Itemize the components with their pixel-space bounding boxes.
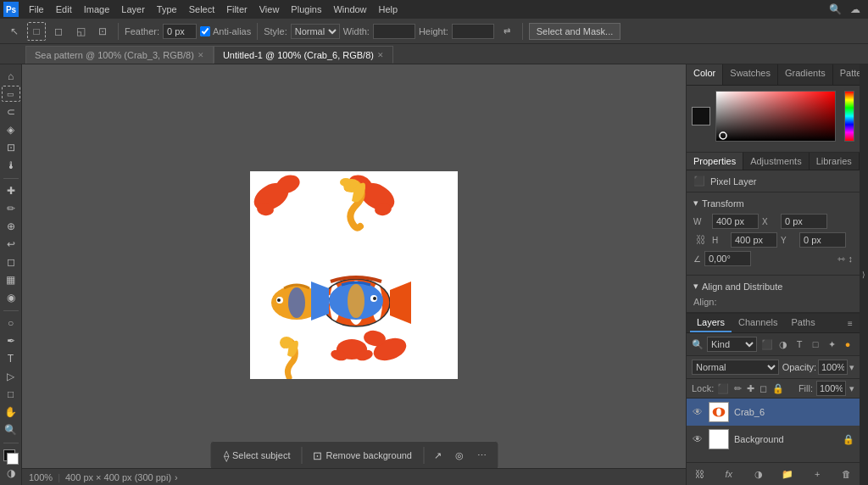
flip-h-icon[interactable]: ⇿	[837, 254, 845, 265]
canvas-area[interactable]: ⟠ Select subject ⊡ Remove background ↗ ◎…	[22, 64, 686, 485]
feather-input[interactable]	[163, 24, 197, 39]
hue-bar[interactable]	[844, 91, 854, 142]
tab-gradients[interactable]: Gradients	[778, 64, 833, 85]
tab-swatches[interactable]: Swatches	[723, 64, 778, 85]
crop-tool[interactable]: ⊡	[2, 139, 20, 155]
layer-bg-vis[interactable]: 👁	[692, 433, 704, 445]
tab-untitled[interactable]: Untitled-1 @ 100% (Crab_6, RGB/8) ✕	[214, 46, 393, 64]
link-constrain-icon[interactable]: ⛓	[696, 234, 706, 246]
layer-group-icon[interactable]: 📁	[780, 466, 795, 482]
swap-icon[interactable]: ⇄	[498, 22, 516, 41]
layer-crab6-vis[interactable]: 👁	[692, 406, 704, 418]
clone-tool[interactable]: ⊕	[2, 219, 20, 235]
layer-fx-icon[interactable]: fx	[721, 466, 737, 482]
filter-shape-icon[interactable]: □	[809, 337, 822, 351]
flip-v-icon[interactable]: ↕	[849, 254, 854, 265]
w-input[interactable]	[712, 214, 759, 229]
y-input[interactable]	[799, 232, 846, 248]
fill-arrow[interactable]: ▾	[849, 383, 854, 394]
filter-smart-icon[interactable]: ✦	[825, 337, 838, 351]
pen-tool[interactable]: ✒	[2, 333, 20, 349]
ltab-layers[interactable]: Layers	[690, 314, 732, 332]
menu-select[interactable]: Select	[184, 3, 220, 16]
angle-input[interactable]	[704, 251, 751, 266]
menu-edit[interactable]: Edit	[51, 3, 77, 16]
layer-add-icon[interactable]: +	[810, 466, 825, 482]
gradient-tool[interactable]: ▦	[2, 272, 20, 288]
object-select-tool[interactable]: ◈	[2, 121, 20, 137]
filter-type-select[interactable]: Kind	[707, 337, 757, 352]
rect-select-icon[interactable]: □	[27, 22, 46, 41]
marquee-tool[interactable]: ▭	[2, 86, 20, 102]
layer-delete-icon[interactable]: 🗑	[839, 466, 854, 482]
ft-icon-1[interactable]: ↗	[426, 444, 448, 466]
type-tool[interactable]: T	[2, 351, 20, 367]
cloud-icon[interactable]: ☁	[846, 0, 865, 19]
menu-file[interactable]: File	[24, 3, 49, 16]
fill-input[interactable]	[816, 381, 846, 396]
select-mask-btn[interactable]: Select and Mask...	[529, 23, 621, 40]
tab-adjustments[interactable]: Adjustments	[743, 153, 810, 170]
lasso-tool[interactable]: ⊂	[2, 103, 20, 120]
lock-position-icon[interactable]: ✚	[747, 383, 754, 394]
tab-untitled-close[interactable]: ✕	[377, 51, 384, 59]
blend-mode-select[interactable]: Normal	[692, 360, 779, 375]
shape-tool[interactable]: □	[2, 387, 20, 403]
antialias-checkbox[interactable]	[200, 26, 210, 36]
menu-plugins[interactable]: Plugins	[286, 3, 326, 16]
foreground-color[interactable]	[692, 107, 710, 125]
menu-filter[interactable]: Filter	[221, 3, 252, 16]
dodge-tool[interactable]: ○	[2, 315, 20, 332]
heal-tool[interactable]: ✚	[2, 182, 20, 198]
layer-mask-icon[interactable]: ◑	[751, 466, 766, 482]
filter-type-icon[interactable]: T	[793, 337, 806, 351]
eyedrop-tool[interactable]: 🌡	[2, 158, 20, 174]
color-gradient-picker[interactable]	[715, 91, 836, 142]
style-select[interactable]: Normal	[291, 24, 340, 39]
toolbar-icon-2[interactable]: ◱	[71, 22, 90, 41]
brush-tool[interactable]: ✏	[2, 200, 20, 216]
home-tool[interactable]: ⌂	[2, 68, 20, 84]
lock-transparency-icon[interactable]: ⬛	[717, 383, 729, 394]
select-subject-btn[interactable]: ⟠ Select subject	[215, 446, 298, 465]
tab-sea-pattern-close[interactable]: ✕	[198, 51, 204, 59]
fg-color[interactable]	[2, 448, 20, 464]
tab-properties[interactable]: Properties	[687, 153, 743, 170]
filter-adjust-icon[interactable]: ◑	[776, 337, 790, 351]
layers-panel-menu[interactable]: ≡	[844, 314, 856, 332]
height-input[interactable]	[452, 24, 494, 39]
quick-mask[interactable]: ◑	[2, 465, 20, 482]
layer-link-icon[interactable]: ⛓	[692, 466, 707, 482]
x-input[interactable]	[781, 214, 827, 229]
transform-header[interactable]: ▾ Transform	[693, 198, 853, 209]
right-collapse-bar[interactable]: ⟩	[860, 64, 868, 485]
layer-crab6[interactable]: 👁 Crab_6	[687, 399, 860, 426]
menu-layer[interactable]: Layer	[116, 3, 150, 16]
opacity-arrow[interactable]: ▾	[849, 362, 854, 373]
ft-icon-3[interactable]: ⋯	[470, 444, 492, 466]
move-tool-icon[interactable]: ↖	[5, 22, 24, 41]
ltab-channels[interactable]: Channels	[732, 314, 784, 332]
filter-toggle[interactable]: ●	[841, 337, 854, 351]
remove-bg-btn[interactable]: ⊡ Remove background	[304, 446, 420, 465]
hand-tool[interactable]: ✋	[2, 404, 20, 421]
tab-libraries[interactable]: Libraries	[810, 153, 860, 170]
toolbar-icon-3[interactable]: ⊡	[93, 22, 112, 41]
toolbar-icon-1[interactable]: ◻	[49, 22, 68, 41]
tab-sea-pattern[interactable]: Sea pattern @ 100% (Crab_3, RGB/8) ✕	[25, 46, 214, 64]
lock-artboard-icon[interactable]: ◻	[760, 383, 767, 394]
opacity-input[interactable]	[818, 360, 848, 375]
tab-color[interactable]: Color	[687, 64, 723, 85]
menu-view[interactable]: View	[254, 3, 285, 16]
eraser-tool[interactable]: ◻	[2, 254, 20, 270]
path-tool[interactable]: ▷	[2, 369, 20, 385]
zoom-tool[interactable]: 🔍	[2, 422, 20, 438]
menu-type[interactable]: Type	[152, 3, 182, 16]
blur-tool[interactable]: ◉	[2, 290, 20, 306]
width-input[interactable]	[373, 24, 415, 39]
menu-window[interactable]: Window	[328, 3, 371, 16]
search-icon[interactable]: 🔍	[826, 0, 844, 19]
history-tool[interactable]: ↩	[2, 237, 20, 253]
h-input[interactable]	[731, 232, 777, 248]
ft-icon-2[interactable]: ◎	[448, 444, 470, 466]
